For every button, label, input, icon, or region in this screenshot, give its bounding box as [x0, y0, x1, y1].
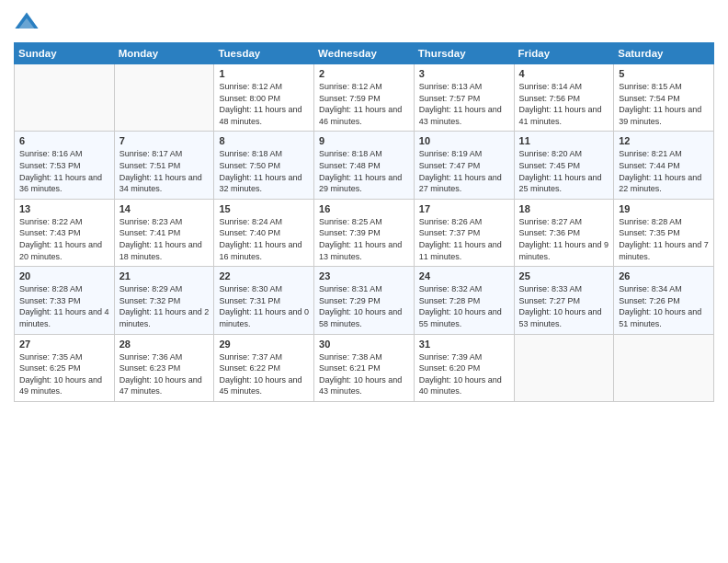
day-number: 6: [19, 135, 109, 146]
header: [14, 9, 714, 35]
calendar-cell: 8Sunrise: 8:18 AMSunset: 7:50 PMDaylight…: [214, 132, 314, 199]
day-number: 12: [619, 135, 709, 146]
calendar-cell: 24Sunrise: 8:32 AMSunset: 7:28 PMDayligh…: [414, 267, 514, 334]
calendar-body: 1Sunrise: 8:12 AMSunset: 8:00 PMDaylight…: [15, 64, 714, 402]
day-detail: Sunrise: 8:18 AMSunset: 7:48 PMDaylight:…: [319, 148, 409, 194]
day-number: 17: [419, 203, 509, 214]
day-detail: Sunrise: 8:27 AMSunset: 7:36 PMDaylight:…: [519, 216, 609, 262]
calendar-cell: 22Sunrise: 8:30 AMSunset: 7:31 PMDayligh…: [214, 267, 314, 334]
day-detail: Sunrise: 8:15 AMSunset: 7:54 PMDaylight:…: [619, 81, 709, 127]
week-row-0: 1Sunrise: 8:12 AMSunset: 8:00 PMDaylight…: [15, 64, 714, 132]
day-number: 7: [119, 135, 210, 146]
day-number: 9: [319, 135, 409, 146]
calendar-cell: 2Sunrise: 8:12 AMSunset: 7:59 PMDaylight…: [314, 64, 415, 132]
logo-icon: [14, 9, 40, 35]
calendar-cell: 17Sunrise: 8:26 AMSunset: 7:37 PMDayligh…: [414, 199, 514, 266]
day-number: 23: [319, 270, 409, 282]
header-sunday: Sunday: [15, 43, 115, 64]
day-detail: Sunrise: 8:22 AMSunset: 7:43 PMDaylight:…: [19, 216, 109, 262]
calendar-cell: 28Sunrise: 7:36 AMSunset: 6:23 PMDayligh…: [114, 334, 214, 401]
page: SundayMondayTuesdayWednesdayThursdayFrid…: [0, 0, 728, 563]
calendar-cell: 9Sunrise: 8:18 AMSunset: 7:48 PMDaylight…: [314, 132, 415, 199]
day-detail: Sunrise: 8:12 AMSunset: 8:00 PMDaylight:…: [219, 81, 309, 127]
day-detail: Sunrise: 8:34 AMSunset: 7:26 PMDaylight:…: [619, 283, 709, 329]
calendar-cell: 16Sunrise: 8:25 AMSunset: 7:39 PMDayligh…: [314, 199, 415, 266]
day-number: 21: [119, 270, 210, 282]
day-number: 13: [19, 203, 109, 214]
calendar-cell: [514, 334, 614, 401]
calendar-cell: 25Sunrise: 8:33 AMSunset: 7:27 PMDayligh…: [514, 267, 614, 334]
header-row: SundayMondayTuesdayWednesdayThursdayFrid…: [15, 43, 714, 64]
day-number: 4: [519, 68, 609, 79]
day-number: 14: [119, 203, 210, 214]
day-detail: Sunrise: 8:26 AMSunset: 7:37 PMDaylight:…: [419, 216, 509, 262]
header-monday: Monday: [114, 43, 214, 64]
day-number: 24: [419, 270, 509, 282]
day-detail: Sunrise: 7:38 AMSunset: 6:21 PMDaylight:…: [319, 351, 409, 397]
day-number: 1: [219, 68, 309, 79]
day-number: 18: [519, 203, 609, 214]
day-number: 20: [19, 270, 109, 282]
calendar-cell: 23Sunrise: 8:31 AMSunset: 7:29 PMDayligh…: [314, 267, 415, 334]
day-number: 29: [219, 339, 309, 350]
calendar-cell: 12Sunrise: 8:21 AMSunset: 7:44 PMDayligh…: [614, 132, 714, 199]
day-number: 15: [219, 203, 309, 214]
header-friday: Friday: [514, 43, 614, 64]
calendar-cell: [15, 64, 115, 132]
calendar-cell: 20Sunrise: 8:28 AMSunset: 7:33 PMDayligh…: [15, 267, 115, 334]
day-number: 16: [319, 203, 409, 214]
day-number: 28: [119, 339, 210, 350]
day-detail: Sunrise: 8:23 AMSunset: 7:41 PMDaylight:…: [119, 216, 210, 262]
day-detail: Sunrise: 8:31 AMSunset: 7:29 PMDaylight:…: [319, 283, 409, 329]
day-number: 10: [419, 135, 509, 146]
logo: [14, 9, 43, 35]
calendar-cell: [614, 334, 714, 401]
day-detail: Sunrise: 8:21 AMSunset: 7:44 PMDaylight:…: [619, 148, 709, 194]
header-tuesday: Tuesday: [214, 43, 314, 64]
calendar-cell: 1Sunrise: 8:12 AMSunset: 8:00 PMDaylight…: [214, 64, 314, 132]
calendar-cell: 29Sunrise: 7:37 AMSunset: 6:22 PMDayligh…: [214, 334, 314, 401]
calendar-cell: 27Sunrise: 7:35 AMSunset: 6:25 PMDayligh…: [15, 334, 115, 401]
day-number: 25: [519, 270, 609, 282]
week-row-1: 6Sunrise: 8:16 AMSunset: 7:53 PMDaylight…: [15, 132, 714, 199]
calendar-cell: 10Sunrise: 8:19 AMSunset: 7:47 PMDayligh…: [414, 132, 514, 199]
calendar-cell: 26Sunrise: 8:34 AMSunset: 7:26 PMDayligh…: [614, 267, 714, 334]
calendar-cell: 11Sunrise: 8:20 AMSunset: 7:45 PMDayligh…: [514, 132, 614, 199]
calendar-header: SundayMondayTuesdayWednesdayThursdayFrid…: [15, 43, 714, 64]
calendar-cell: 21Sunrise: 8:29 AMSunset: 7:32 PMDayligh…: [114, 267, 214, 334]
day-detail: Sunrise: 8:13 AMSunset: 7:57 PMDaylight:…: [419, 81, 509, 127]
day-detail: Sunrise: 8:32 AMSunset: 7:28 PMDaylight:…: [419, 283, 509, 329]
day-detail: Sunrise: 8:28 AMSunset: 7:33 PMDaylight:…: [19, 283, 109, 329]
calendar-cell: 30Sunrise: 7:38 AMSunset: 6:21 PMDayligh…: [314, 334, 415, 401]
day-detail: Sunrise: 8:29 AMSunset: 7:32 PMDaylight:…: [119, 283, 210, 329]
day-number: 31: [419, 339, 509, 350]
calendar-cell: 5Sunrise: 8:15 AMSunset: 7:54 PMDaylight…: [614, 64, 714, 132]
day-detail: Sunrise: 7:36 AMSunset: 6:23 PMDaylight:…: [119, 351, 210, 397]
calendar-cell: [114, 64, 214, 132]
day-number: 5: [619, 68, 709, 79]
calendar: SundayMondayTuesdayWednesdayThursdayFrid…: [14, 42, 714, 402]
day-number: 2: [319, 68, 409, 79]
week-row-2: 13Sunrise: 8:22 AMSunset: 7:43 PMDayligh…: [15, 199, 714, 266]
calendar-cell: 3Sunrise: 8:13 AMSunset: 7:57 PMDaylight…: [414, 64, 514, 132]
calendar-cell: 19Sunrise: 8:28 AMSunset: 7:35 PMDayligh…: [614, 199, 714, 266]
day-number: 19: [619, 203, 709, 214]
week-row-4: 27Sunrise: 7:35 AMSunset: 6:25 PMDayligh…: [15, 334, 714, 401]
day-number: 27: [19, 339, 109, 350]
day-detail: Sunrise: 8:28 AMSunset: 7:35 PMDaylight:…: [619, 216, 709, 262]
day-detail: Sunrise: 8:12 AMSunset: 7:59 PMDaylight:…: [319, 81, 409, 127]
day-detail: Sunrise: 8:14 AMSunset: 7:56 PMDaylight:…: [519, 81, 609, 127]
day-detail: Sunrise: 8:25 AMSunset: 7:39 PMDaylight:…: [319, 216, 409, 262]
header-thursday: Thursday: [414, 43, 514, 64]
day-number: 30: [319, 339, 409, 350]
calendar-cell: 7Sunrise: 8:17 AMSunset: 7:51 PMDaylight…: [114, 132, 214, 199]
day-detail: Sunrise: 7:37 AMSunset: 6:22 PMDaylight:…: [219, 351, 309, 397]
day-number: 26: [619, 270, 709, 282]
day-number: 22: [219, 270, 309, 282]
day-detail: Sunrise: 8:19 AMSunset: 7:47 PMDaylight:…: [419, 148, 509, 194]
week-row-3: 20Sunrise: 8:28 AMSunset: 7:33 PMDayligh…: [15, 267, 714, 334]
day-number: 8: [219, 135, 309, 146]
day-number: 11: [519, 135, 609, 146]
day-detail: Sunrise: 8:20 AMSunset: 7:45 PMDaylight:…: [519, 148, 609, 194]
calendar-cell: 15Sunrise: 8:24 AMSunset: 7:40 PMDayligh…: [214, 199, 314, 266]
